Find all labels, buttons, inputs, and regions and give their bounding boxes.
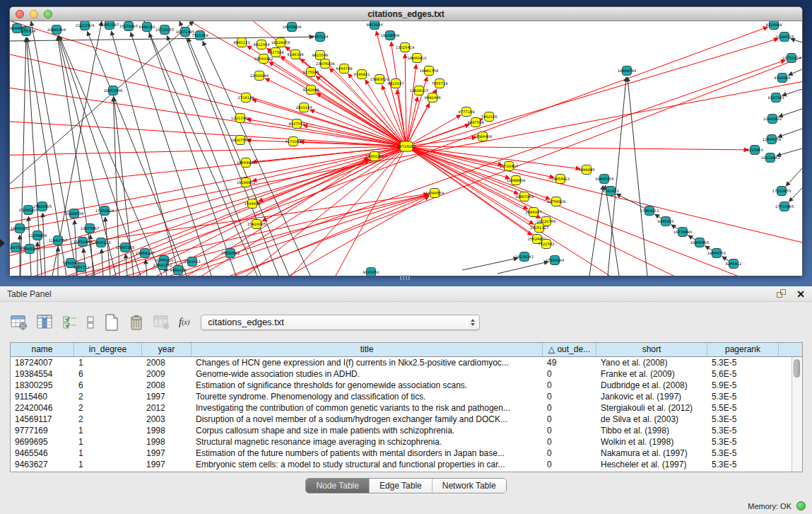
table-row[interactable]: 1938455462009Genome-wide association stu… — [11, 368, 802, 380]
column-header-pagerank[interactable]: pagerank — [707, 343, 779, 356]
table-scrollbar[interactable] — [792, 357, 802, 472]
graph-node[interactable]: 2503413 — [184, 257, 200, 267]
column-header-year[interactable]: year — [142, 343, 192, 356]
graph-node[interactable]: 9699695 — [578, 165, 594, 175]
graph-node[interactable]: 18724007 — [397, 141, 416, 151]
graph-node[interactable]: 17710465 — [775, 202, 794, 211]
show-columns-icon[interactable] — [36, 314, 54, 331]
graph-node[interactable]: 20691406 — [47, 25, 66, 35]
column-header-out_de[interactable]: △ out_de... — [543, 343, 596, 356]
graph-node[interactable]: 16405354 — [595, 175, 614, 184]
graph-node[interactable]: 7955719 — [431, 79, 447, 88]
graph-node[interactable]: 17210655 — [772, 187, 791, 196]
table-selector-dropdown[interactable]: citations_edges.txt — [201, 315, 480, 330]
table-row[interactable]: 969969511998Structural magnetic resonanc… — [11, 436, 802, 448]
delete-table-icon[interactable] — [128, 313, 145, 332]
graph-node[interactable]: 23364406 — [473, 132, 492, 141]
row-options-icon[interactable] — [86, 314, 95, 331]
graph-node[interactable]: 19384554 — [425, 189, 445, 198]
graph-node[interactable]: 12444159 — [763, 135, 781, 144]
graph-node[interactable]: 9245450 — [363, 268, 379, 276]
column-header-name[interactable]: name — [11, 343, 74, 356]
graph-node[interactable]: 20053346 — [104, 86, 122, 95]
table-settings-icon[interactable] — [10, 314, 28, 331]
panel-resize-grip[interactable] — [400, 275, 411, 280]
table-row[interactable]: 946554611997Estimation of the future num… — [11, 448, 802, 459]
table-row[interactable]: 2242004622012Investigating the contribut… — [11, 402, 802, 414]
table-row[interactable]: 1830029562008Estimation of significance … — [11, 380, 802, 391]
hidden-panel-arrow-icon[interactable] — [0, 239, 5, 247]
graph-node[interactable]: 10945465 — [690, 238, 709, 247]
graph-node[interactable]: 16543382 — [254, 54, 273, 64]
graph-node[interactable]: 17334264 — [546, 256, 565, 265]
graph-node[interactable]: 14136141 — [515, 252, 534, 262]
table-row[interactable]: 911546021997Tourette syndrome. Phenomeno… — [11, 391, 802, 402]
network-graph[interactable]: 1872400788601238912954182260589827508165… — [10, 21, 802, 276]
graph-node[interactable]: 10688609 — [507, 176, 525, 185]
table-row[interactable]: 1456911722003Disruption of a novel membe… — [11, 414, 802, 425]
network-canvas[interactable]: 1872400788601238912954182260589827508165… — [10, 21, 802, 276]
table-row[interactable]: 1872400712008Changes of HCN gene express… — [11, 357, 802, 368]
graph-node[interactable]: 8813054 — [366, 21, 383, 30]
select-all-check-icon[interactable] — [62, 314, 78, 331]
graph-node[interactable]: 7857224 — [312, 33, 329, 42]
graph-node[interactable]: 16958107 — [136, 249, 154, 258]
graph-node[interactable]: 15883520 — [370, 75, 389, 84]
graph-node[interactable]: 18544750 — [707, 249, 726, 258]
graph-node[interactable]: 2803144 — [295, 103, 312, 112]
graph-node[interactable]: 8215953 — [746, 146, 763, 155]
graph-node[interactable]: 9827508 — [267, 48, 283, 57]
graph-node[interactable]: 19166852 — [237, 178, 255, 187]
float-panel-icon[interactable] — [777, 289, 787, 298]
close-panel-icon[interactable]: ✕ — [796, 289, 805, 299]
graph-node[interactable]: 8912954 — [253, 40, 270, 49]
graph-node[interactable]: 9990448 — [424, 93, 440, 103]
graph-node[interactable]: 15276805 — [119, 22, 138, 31]
graph-node[interactable]: 4170045 — [285, 137, 301, 146]
graph-node[interactable]: 2718120 — [237, 93, 254, 103]
graph-node[interactable]: 11942757 — [49, 236, 67, 245]
graph-node[interactable]: 9886038 — [170, 266, 186, 275]
graph-node[interactable]: 18807249 — [515, 192, 534, 201]
tab-node-table[interactable]: Node Table — [306, 479, 370, 493]
graph-node[interactable]: 10719155 — [155, 25, 174, 35]
graph-node[interactable]: 8454749 — [336, 64, 352, 74]
graph-node[interactable]: 10853297 — [100, 21, 119, 30]
column-header-in_degree[interactable]: in_degree — [74, 343, 142, 356]
scrollbar-thumb[interactable] — [794, 359, 800, 378]
tab-network-table[interactable]: Network Table — [433, 479, 506, 493]
graph-node[interactable]: 16650080 — [11, 224, 29, 233]
graph-node[interactable]: 9815546 — [312, 51, 328, 60]
graph-node[interactable]: 18107554 — [231, 136, 250, 145]
column-header-short[interactable]: short — [596, 343, 707, 356]
graph-node[interactable]: 10196525 — [775, 33, 794, 42]
graph-node[interactable]: 20206536 — [65, 209, 83, 218]
graph-node[interactable]: 16961758 — [420, 66, 438, 76]
graph-node[interactable]: 18640910 — [408, 54, 426, 63]
column-header-title[interactable]: title — [192, 343, 543, 356]
graph-node[interactable]: 12093832 — [763, 115, 782, 124]
function-builder-icon[interactable]: f(x) — [179, 316, 189, 328]
graph-node[interactable]: 9146821 — [353, 70, 370, 79]
graph-node[interactable]: 6466160 — [139, 23, 155, 32]
table-row[interactable]: 977716911998Corpus callosum shape and si… — [11, 425, 802, 436]
graph-node[interactable]: 19756928 — [547, 197, 565, 206]
graph-node[interactable]: 16210643 — [761, 153, 779, 163]
graph-node[interactable]: 9224069 — [765, 21, 782, 30]
graph-node[interactable]: 16033809 — [283, 23, 301, 32]
graph-node[interactable]: 9329966 — [774, 74, 790, 83]
create-table-icon[interactable] — [103, 313, 120, 332]
graph-node[interactable]: 21211504 — [76, 21, 95, 30]
graph-node[interactable]: 15751074 — [782, 54, 801, 63]
tab-edge-table[interactable]: Edge Table — [370, 479, 433, 493]
graph-node[interactable]: 13325419 — [396, 43, 414, 52]
graph-node[interactable]: 19218596 — [381, 31, 399, 40]
graph-node[interactable]: 9227343 — [767, 93, 784, 103]
network-window-titlebar[interactable]: citations_edges.txt — [10, 7, 802, 21]
table-row[interactable]: 946362711997Embryonic stem cells: a mode… — [11, 459, 802, 470]
graph-node[interactable]: 18226058 — [271, 38, 290, 47]
graph-node[interactable]: 8822037 — [387, 79, 404, 88]
graph-node[interactable]: 1504674 — [244, 199, 261, 209]
graph-node[interactable]: 16778890 — [673, 228, 692, 237]
graph-node[interactable]: 16648784 — [618, 66, 637, 76]
